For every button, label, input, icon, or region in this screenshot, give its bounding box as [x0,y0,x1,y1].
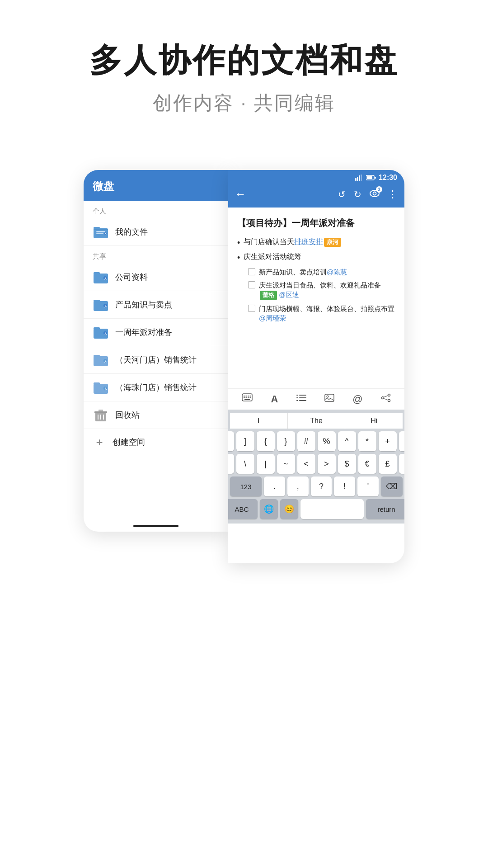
svg-rect-56 [299,400,306,401]
anniversary-folder-label: 一周年派对准备 [115,327,172,338]
key-underscore[interactable]: _ [228,454,234,474]
my-files-label: 我的文件 [115,226,148,237]
anniversary-folder-icon: 人 [93,324,109,340]
key-open-bracket[interactable]: [ [228,431,234,451]
list-item[interactable]: 人 一周年派对准备 [84,319,228,346]
svg-rect-23 [94,382,100,385]
key-tilde[interactable]: ~ [277,454,295,474]
svg-rect-33 [357,177,358,181]
key-euro[interactable]: € [358,454,376,474]
key-caret[interactable]: ^ [338,431,356,451]
svg-text:人: 人 [104,304,108,307]
keyboard-area: I The Hi [ ] { } # % ^ * + = _ \ | [228,410,404,524]
key-pound[interactable]: £ [379,454,397,474]
key-plus[interactable]: + [379,431,397,451]
image-icon [324,393,334,402]
keyboard-row-3: 123 . , ? ! ' ⌫ [230,476,403,496]
keyboard-row-4: ABC 🌐 😊 return [230,499,403,519]
list-item[interactable]: 人 公司资料 [84,264,228,291]
phones-container: 微盘 个人 人 我的文件 共享 [66,170,422,563]
font-toolbar-icon[interactable]: A [271,393,278,405]
key-greater-than[interactable]: > [318,454,336,474]
my-files-icon: 人 [93,224,109,240]
status-bar: 12:30 [228,170,404,184]
at-toolbar-icon[interactable]: @ [352,393,362,405]
key-123[interactable]: 123 [230,476,262,496]
svg-rect-37 [367,176,372,179]
checkbox-item-2: 庆生派对当日食品、饮料、欢迎礼品准备蕾格 @区迪 [248,280,395,300]
suggestion-I[interactable]: I [230,413,288,429]
key-percent[interactable]: % [318,431,336,451]
key-hash[interactable]: # [297,431,315,451]
hero-title: 多人协作的文档和盘 [89,41,399,80]
trash-folder-icon [93,407,109,423]
svg-point-40 [373,192,376,195]
image-toolbar-icon[interactable] [324,393,334,405]
more-button[interactable]: ⋮ [388,189,398,200]
key-period[interactable]: . [264,476,285,496]
key-equals[interactable]: = [399,431,405,451]
keyboard-toolbar-icon[interactable] [242,393,253,405]
svg-rect-38 [375,177,376,179]
key-comma[interactable]: , [287,476,309,496]
key-space[interactable] [300,499,364,519]
list-item[interactable]: 回收站 [84,401,228,429]
key-emoji[interactable]: 😊 [280,499,298,519]
keyboard-row-2: _ \ | ~ < > $ € £ · [230,454,403,474]
share-toolbar-icon[interactable] [381,393,391,405]
svg-rect-7 [94,272,100,274]
create-space-label: 创建空间 [113,437,145,448]
key-dot[interactable]: · [399,454,405,474]
phone-left: 微盘 个人 人 我的文件 共享 [84,170,228,532]
link-text[interactable]: 排班安排 [294,238,323,245]
key-pipe[interactable]: | [257,454,275,474]
suggestion-The[interactable]: The [288,413,346,429]
undo-button[interactable]: ↺ [338,189,346,200]
viewers-button[interactable]: 3 [370,189,380,199]
key-dollar[interactable]: $ [338,454,356,474]
section-personal-label: 个人 [84,201,228,218]
svg-rect-35 [361,175,362,181]
svg-text:人: 人 [104,359,108,363]
svg-rect-52 [299,395,306,396]
svg-text:人: 人 [104,232,107,235]
key-abc[interactable]: ABC [228,499,258,519]
app-bar-actions: ↺ ↻ 3 ⋮ [338,189,398,200]
key-delete[interactable]: ⌫ [381,476,403,496]
key-open-brace[interactable]: { [257,431,275,451]
key-less-than[interactable]: < [297,454,315,474]
checkbox-1[interactable] [248,268,255,275]
key-return[interactable]: return [366,499,404,519]
key-globe[interactable]: 🌐 [260,499,278,519]
create-space-button[interactable]: + 创建空间 [84,429,228,455]
key-apostrophe[interactable]: ' [357,476,379,496]
redo-button[interactable]: ↻ [354,189,361,200]
bullet-dot-2: • [237,253,240,263]
suggestion-Hi[interactable]: Hi [345,413,403,429]
mention-1[interactable]: @陈慧 [327,268,347,276]
list-item[interactable]: 人 （天河门店）销售统计 [84,346,228,374]
back-button[interactable]: ← [235,187,246,201]
checkbox-2[interactable] [248,281,255,288]
list-toolbar-icon[interactable] [296,393,306,405]
list-item[interactable]: 人 产品知识与卖点 [84,291,228,319]
svg-rect-1 [94,227,100,229]
key-asterisk[interactable]: * [358,431,376,451]
svg-rect-42 [244,396,245,396]
key-close-brace[interactable]: } [277,431,295,451]
haizhu-folder-icon: 人 [93,379,109,396]
list-item[interactable]: 人 （海珠门店）销售统计 [84,374,228,401]
keyboard-row-1: [ ] { } # % ^ * + = [230,431,403,451]
svg-point-60 [388,400,390,402]
svg-rect-54 [299,397,306,398]
checkbox-3[interactable] [248,305,255,312]
key-question[interactable]: ? [311,476,332,496]
product-folder-icon: 人 [93,297,109,313]
key-backslash[interactable]: \ [236,454,254,474]
key-close-bracket[interactable]: ] [236,431,254,451]
mention-2[interactable]: @区迪 [279,291,299,298]
mention-3[interactable]: @周瑾荣 [259,314,286,322]
list-item[interactable]: 人 我的文件 [84,218,228,246]
document-content: 【项目待办】一周年派对准备 • 与门店确认当天排班安排康河 • 庆生派对活动统筹… [228,208,404,388]
key-exclamation[interactable]: ! [334,476,355,496]
